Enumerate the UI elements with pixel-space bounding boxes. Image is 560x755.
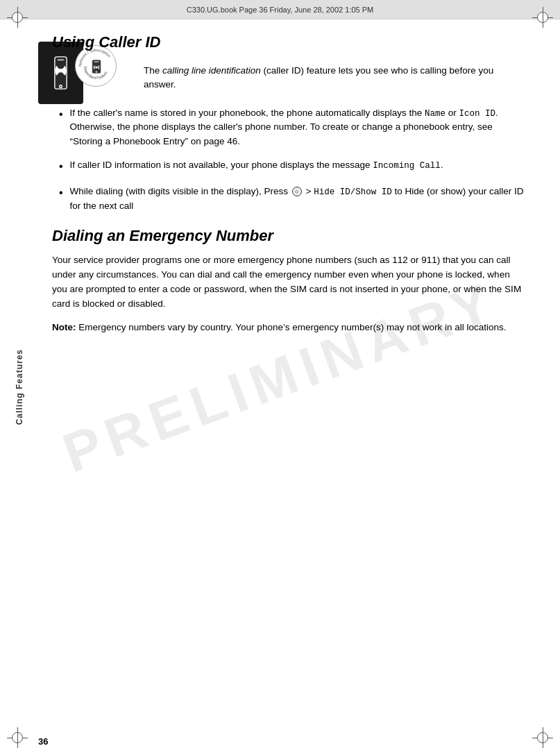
section2-paragraph: Your service provider programs one or mo… xyxy=(52,253,525,312)
note-text: Emergency numbers vary by country. Your … xyxy=(76,322,507,332)
bullet-item-1: If the caller's name is stored in your p… xyxy=(59,106,525,149)
intro-text: The calling line identification (caller … xyxy=(144,64,525,92)
note-label: Note: xyxy=(52,322,76,332)
sidebar-label: Calling Features xyxy=(15,349,24,425)
bullet-item-3: While dialing (with digits visible in th… xyxy=(59,185,525,213)
main-content: Using Caller ID The calling line identif… xyxy=(38,19,539,727)
mono-hideid: Hide ID/Show ID xyxy=(314,187,392,197)
bullet-list: If the caller's name is stored in your p… xyxy=(59,106,525,213)
menu-button-icon: ○ xyxy=(292,187,302,196)
note-paragraph: Note: Emergency numbers vary by country.… xyxy=(52,321,525,335)
mono-name: Name xyxy=(425,109,446,119)
header-bar: C330.UG.book Page 36 Friday, June 28, 20… xyxy=(0,0,560,19)
header-text: C330.UG.book Page 36 Friday, June 28, 20… xyxy=(187,6,373,14)
bullet-1-text: If the caller's name is stored in your p… xyxy=(70,106,525,149)
section2-title: Dialing an Emergency Number xyxy=(52,227,525,245)
page-number: 36 xyxy=(38,736,48,747)
mono-iconid: Icon ID xyxy=(459,109,496,119)
bullet-item-2: If caller ID information is not availabl… xyxy=(59,158,525,175)
section1-title: Using Caller ID xyxy=(52,33,525,51)
mono-incoming: Incoming Call xyxy=(373,161,441,171)
intro-section: The calling line identification (caller … xyxy=(52,64,525,92)
sidebar: Calling Features xyxy=(0,19,38,755)
corner-mark-br xyxy=(532,727,553,748)
bullet-3-text: While dialing (with digits visible in th… xyxy=(70,185,525,213)
bullet-2-text: If caller ID information is not availabl… xyxy=(70,158,525,173)
